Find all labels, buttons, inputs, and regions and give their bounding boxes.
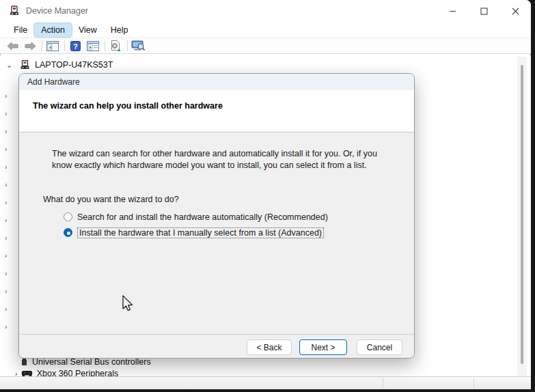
radio-unchecked-icon[interactable] [64, 212, 72, 221]
tree-item-label: Universal Serial Bus controllers [32, 357, 151, 367]
usb-icon [20, 357, 28, 367]
window-controls [437, 0, 531, 22]
toolbar-separator [105, 40, 105, 51]
toolbar: ? [0, 38, 531, 54]
help-icon: ? [70, 41, 81, 51]
toolbar-separator [127, 40, 128, 51]
vertical-scrollbar[interactable] [517, 57, 527, 376]
title-bar: Device Manager [0, 0, 531, 22]
minimize-button[interactable] [437, 0, 468, 22]
dialog-title: Add Hardware [27, 77, 80, 87]
next-button[interactable]: Next > [299, 339, 347, 355]
toolbar-separator [64, 40, 65, 51]
radio-option-label[interactable]: Search for and install the hardware auto… [77, 212, 328, 222]
menu-help[interactable]: Help [104, 23, 135, 37]
back-button[interactable] [5, 40, 19, 52]
forward-icon [25, 42, 36, 51]
maximize-icon [480, 8, 488, 15]
menu-view[interactable]: View [72, 23, 104, 37]
tree-root-row[interactable]: ⌄ LAPTOP-U47KS53T [0, 59, 113, 71]
dialog-heading: The wizard can help you install other ha… [33, 101, 223, 111]
radio-option-label[interactable]: Install the hardware that I manually sel… [77, 227, 324, 238]
scan-for-hardware-changes-button[interactable] [109, 40, 122, 52]
radio-checked-icon[interactable] [64, 228, 72, 237]
dialog-title-bar[interactable]: Add Hardware [19, 74, 414, 90]
close-button[interactable] [499, 0, 531, 22]
mouse-cursor [120, 294, 134, 313]
back-button[interactable]: < Back [247, 339, 292, 355]
dialog-body: The wizard can search for other hardware… [19, 133, 414, 334]
dialog-description: The wizard can search for other hardware… [52, 148, 377, 171]
add-hardware-dialog: Add Hardware The wizard can help you ins… [18, 73, 415, 359]
tree-root-label[interactable]: LAPTOP-U47KS53T [35, 60, 113, 70]
window-title: Device Manager [26, 6, 88, 16]
remote-computer-icon [131, 40, 145, 51]
dialog-button-row: < Back Next > Cancel [19, 334, 414, 358]
show-console-tree-button[interactable] [46, 40, 59, 52]
dialog-header: The wizard can help you install other ha… [19, 90, 414, 132]
status-bar-separator [383, 378, 383, 388]
description-line-2: know exactly which hardware model you wa… [52, 160, 377, 171]
show-console-tree-icon [46, 41, 59, 51]
menu-action[interactable]: Action [34, 23, 72, 37]
chevron-down-icon[interactable]: ⌄ [6, 61, 14, 70]
status-bar-separator [474, 378, 474, 388]
menu-bar: File Action View Help [0, 22, 531, 38]
scan-for-hardware-changes-icon [110, 40, 121, 52]
device-manager-app-icon [9, 5, 20, 16]
computer-icon [20, 60, 30, 70]
minimize-icon [449, 8, 456, 15]
toolbar-separator [42, 40, 42, 51]
help-button[interactable]: ? [68, 40, 82, 52]
show-action-pane-icon [87, 41, 99, 51]
menu-file[interactable]: File [7, 23, 34, 37]
scrollbar-thumb[interactable] [521, 65, 523, 364]
screen: Device Manager File Action View Help [0, 0, 535, 392]
remote-computer-button[interactable] [131, 40, 145, 52]
radio-option-manual-select[interactable]: Install the hardware that I manually sel… [64, 225, 328, 240]
description-line-1: The wizard can search for other hardware… [52, 148, 377, 160]
dialog-question: What do you want the wizard to do? [43, 195, 179, 204]
forward-button[interactable] [23, 40, 37, 52]
svg-text:?: ? [73, 42, 78, 50]
maximize-button[interactable] [468, 0, 499, 22]
close-icon [512, 8, 519, 15]
back-icon [7, 42, 18, 51]
cancel-button[interactable]: Cancel [357, 339, 402, 355]
status-bar [0, 376, 531, 389]
radio-group: Search for and install the hardware auto… [64, 209, 328, 240]
show-action-pane-button[interactable] [86, 40, 100, 52]
radio-option-search-automatically[interactable]: Search for and install the hardware auto… [64, 209, 328, 225]
